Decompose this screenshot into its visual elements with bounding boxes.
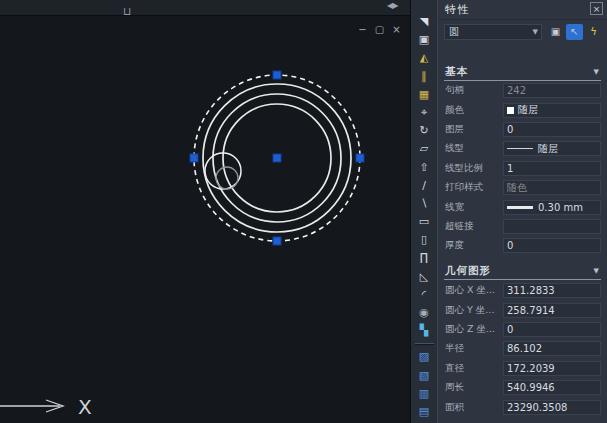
send-to-back-icon[interactable]: ▧ bbox=[413, 367, 436, 385]
property-value: 0.30 mm bbox=[538, 202, 583, 213]
section-header-geometry[interactable]: 几何图形 ▼ bbox=[444, 263, 601, 280]
property-value: 随色 bbox=[507, 181, 527, 195]
property-row-handle: 句柄 242 bbox=[438, 81, 607, 100]
property-value: 258.7914 bbox=[507, 305, 555, 316]
erase-icon[interactable]: ◥ bbox=[413, 13, 436, 31]
property-label: 圆心 Y 坐... bbox=[445, 304, 503, 317]
circumference-field[interactable]: 540.9946 bbox=[503, 380, 601, 395]
mirror-icon[interactable]: ◭ bbox=[413, 49, 436, 67]
center-z-field[interactable]: 0 bbox=[503, 322, 601, 337]
grip-east[interactable] bbox=[356, 154, 364, 162]
ucs-x-label: X bbox=[78, 395, 92, 419]
property-label: 颜色 bbox=[445, 104, 503, 117]
grip-center[interactable] bbox=[273, 154, 281, 162]
array-icon[interactable]: ▦ bbox=[413, 86, 436, 104]
blend-curves-icon[interactable]: ◉ bbox=[413, 304, 436, 322]
bring-above-icon[interactable]: ▥ bbox=[413, 385, 436, 403]
offset-icon[interactable]: ∥ bbox=[413, 68, 436, 86]
break-at-point-icon[interactable]: ▭ bbox=[413, 213, 436, 231]
select-objects-icon[interactable]: ↖ bbox=[566, 24, 583, 40]
property-label: 线宽 bbox=[445, 201, 503, 214]
rotate-icon[interactable]: ↻ bbox=[413, 122, 436, 140]
geometry-rows: 圆心 X 坐... 311.2833 圆心 Y 坐... 258.7914 圆心… bbox=[438, 281, 607, 417]
radius-field[interactable]: 86.102 bbox=[503, 341, 601, 356]
area-field[interactable]: 23290.3508 bbox=[503, 400, 601, 415]
property-row-layer: 图层 0 bbox=[438, 120, 607, 139]
section-title: 几何图形 bbox=[445, 264, 491, 278]
color-value-field[interactable]: 随层 bbox=[503, 103, 601, 118]
basic-rows: 句柄 242 颜色 随层 图层 0 线型 随层 线型比例 1 打印样式 随色 bbox=[438, 81, 607, 256]
property-label: 厚度 bbox=[445, 239, 503, 252]
properties-titlebar: 特性 × bbox=[438, 0, 607, 20]
thickness-value-field[interactable]: 0 bbox=[503, 238, 601, 253]
property-label: 句柄 bbox=[445, 84, 503, 97]
ucs-icon: X bbox=[0, 395, 92, 419]
property-value: 0 bbox=[507, 124, 513, 135]
property-row-color: 颜色 随层 bbox=[438, 100, 607, 119]
property-label: 线型比例 bbox=[445, 162, 503, 175]
property-label: 半径 bbox=[445, 342, 503, 355]
trim-icon[interactable]: ∕ bbox=[413, 177, 436, 195]
property-label: 打印样式 bbox=[445, 181, 503, 194]
toggle-pickadd-icon[interactable]: ▣ bbox=[547, 24, 564, 40]
modify-toolbar: ◥ ▣ ◭ ∥ ▦ ⌖ ↻ ▱ ⇧ ∕ ∖ ▭ ▯ ∏ ◺ ◜ ◉ ▚ ▨ ▧ … bbox=[410, 0, 437, 423]
hyperlink-value-field[interactable] bbox=[503, 219, 601, 234]
center-x-field[interactable]: 311.2833 bbox=[503, 283, 601, 298]
object-type-value: 圆 bbox=[445, 25, 533, 39]
move-icon[interactable]: ⌖ bbox=[413, 104, 436, 122]
property-value: 540.9946 bbox=[507, 382, 555, 393]
property-value: 随层 bbox=[518, 103, 538, 117]
grip-south[interactable] bbox=[273, 237, 281, 245]
cad-application-window: ⊔ − ▢ × ◀▶ bbox=[0, 0, 607, 423]
property-value: 0 bbox=[507, 324, 513, 335]
property-value: 0 bbox=[507, 240, 513, 251]
property-value: 随层 bbox=[538, 142, 558, 156]
fillet-icon[interactable]: ◜ bbox=[413, 286, 436, 304]
color-swatch bbox=[507, 107, 514, 114]
center-y-field[interactable]: 258.7914 bbox=[503, 303, 601, 318]
object-type-dropdown[interactable]: 圆 ▼ bbox=[444, 24, 542, 40]
property-row-lineweight: 线宽 0.30 mm bbox=[438, 197, 607, 216]
property-value: 1 bbox=[507, 163, 513, 174]
property-row-radius: 半径 86.102 bbox=[438, 339, 607, 358]
lineweight-sample bbox=[507, 206, 533, 209]
handle-value-field: 242 bbox=[503, 83, 601, 98]
explode-icon[interactable]: ▚ bbox=[413, 322, 436, 340]
property-row-circumference: 周长 540.9946 bbox=[438, 378, 607, 397]
section-title: 基本 bbox=[445, 65, 468, 79]
quick-select-icon[interactable]: ϟ bbox=[585, 24, 602, 40]
copy-icon[interactable]: ▣ bbox=[413, 31, 436, 49]
property-label: 周长 bbox=[445, 381, 503, 394]
property-label: 圆心 Z 坐... bbox=[445, 323, 503, 336]
diameter-field[interactable]: 172.2039 bbox=[503, 361, 601, 376]
property-row-center-x: 圆心 X 坐... 311.2833 bbox=[438, 281, 607, 300]
close-panel-icon[interactable]: × bbox=[590, 2, 603, 15]
property-label: 图层 bbox=[445, 123, 503, 136]
drawing-canvas[interactable]: ⊔ − ▢ × ◀▶ bbox=[0, 0, 410, 423]
lineweight-value-field[interactable]: 0.30 mm bbox=[503, 200, 601, 215]
bring-to-front-icon[interactable]: ▨ bbox=[413, 348, 436, 366]
property-row-linetype: 线型 随层 bbox=[438, 139, 607, 158]
object-selector-row: 圆 ▼ ▣ ↖ ϟ bbox=[444, 23, 602, 40]
extend-icon[interactable]: ∖ bbox=[413, 195, 436, 213]
property-value: 172.2039 bbox=[507, 363, 555, 374]
stretch-icon[interactable]: ⇧ bbox=[413, 159, 436, 177]
scale-icon[interactable]: ▱ bbox=[413, 140, 436, 158]
selector-buttons: ▣ ↖ ϟ bbox=[547, 24, 602, 40]
layer-value-field[interactable]: 0 bbox=[503, 122, 601, 137]
grip-west[interactable] bbox=[190, 154, 198, 162]
section-header-basic[interactable]: 基本 ▼ bbox=[444, 64, 601, 81]
linetype-sample bbox=[507, 148, 533, 149]
linetype-value-field[interactable]: 随层 bbox=[503, 141, 601, 156]
linetype-scale-field[interactable]: 1 bbox=[503, 161, 601, 176]
chamfer-icon[interactable]: ◺ bbox=[413, 268, 436, 286]
property-label: 超链接 bbox=[445, 220, 503, 233]
property-label: 线型 bbox=[445, 142, 503, 155]
join-icon[interactable]: ∏ bbox=[413, 249, 436, 267]
property-label: 面积 bbox=[445, 401, 503, 414]
send-under-icon[interactable]: ▤ bbox=[413, 403, 436, 421]
grip-north[interactable] bbox=[273, 71, 281, 79]
properties-panel: 特性 × 圆 ▼ ▣ ↖ ϟ 基本 ▼ 句柄 242 颜色 bbox=[437, 0, 607, 423]
property-row-thickness: 厚度 0 bbox=[438, 236, 607, 255]
break-icon[interactable]: ▯ bbox=[413, 231, 436, 249]
